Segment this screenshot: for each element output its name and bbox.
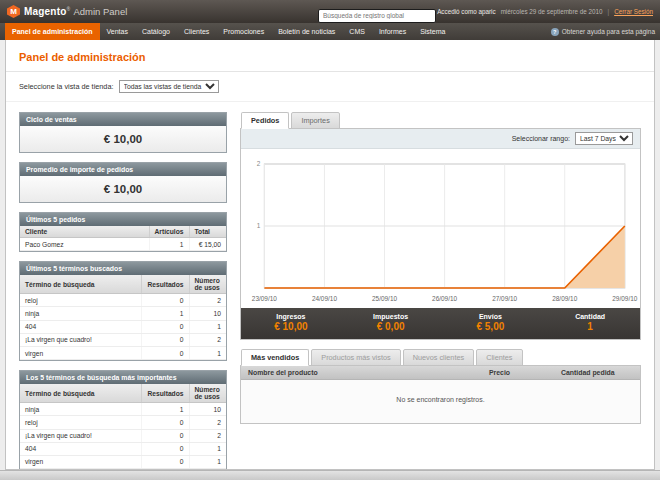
svg-text:23/09/10: 23/09/10 — [252, 295, 278, 302]
table-row[interactable]: reloj 0 2 — [20, 416, 226, 429]
tab-orders[interactable]: Pedidos — [241, 112, 289, 129]
nav-item-cms[interactable]: CMS — [342, 23, 372, 40]
table-row[interactable]: ninja 1 10 — [20, 403, 226, 416]
cell: € 15,00 — [189, 238, 226, 251]
average-orders-value: € 10,00 — [20, 176, 226, 202]
table-row[interactable]: 404 0 1 — [20, 442, 226, 455]
dashboard: Ciclo de ventas € 10,00 Promedio de impo… — [6, 102, 654, 470]
cell: 0 — [142, 442, 189, 455]
col-header: Término de búsqueda — [20, 275, 142, 294]
col-header: Número de usos — [189, 384, 226, 403]
table-row[interactable]: 404 0 1 — [20, 320, 226, 333]
logout-link[interactable]: Cerrar Sesión — [614, 8, 653, 15]
stat-shipping: Envíos € 5,00 — [441, 313, 541, 332]
table-row[interactable]: ¡La virgen que cuadro! 0 2 — [20, 333, 226, 346]
header-bar: M Magento® Admin Panel Accedió como apar… — [0, 0, 660, 23]
nav-item-customers[interactable]: Clientes — [177, 23, 216, 40]
page-title: Panel de administración — [6, 40, 654, 72]
table-row[interactable]: virgen 0 1 — [20, 346, 226, 359]
cell: 404 — [20, 442, 142, 455]
stat-label: Ingresos — [241, 313, 341, 320]
table-row[interactable]: reloj 0 2 — [20, 294, 226, 307]
cell: 1 — [149, 238, 189, 251]
table-header-row: Término de búsqueda Resultados Número de… — [20, 275, 226, 294]
range-label: Seleccionar rango: — [512, 135, 570, 142]
stat-value: € 10,00 — [241, 321, 341, 332]
stat-value: € 0,00 — [341, 321, 441, 332]
tab-bestsellers[interactable]: Más vendidos — [241, 349, 309, 366]
cell: 10 — [189, 403, 226, 416]
range-select[interactable]: Last 7 Days — [575, 132, 633, 145]
table-header-row: Nombre del producto Precio Cantidad pedi… — [241, 366, 640, 380]
table-row[interactable]: ninja 1 10 — [20, 307, 226, 320]
top-search-terms-title: Los 5 términos de búsqueda más important… — [20, 371, 226, 384]
cell: virgen — [20, 455, 142, 468]
brand-title: Magento® — [24, 6, 70, 17]
col-header: Resultados — [142, 275, 189, 294]
stats-band: Ingresos € 10,00 Impuestos € 0,00 Envíos… — [241, 308, 640, 339]
col-header: Cliente — [20, 226, 149, 238]
global-search — [318, 4, 436, 23]
stat-revenue: Ingresos € 10,00 — [241, 313, 341, 332]
range-band: Seleccionar rango: Last 7 Days — [241, 129, 640, 149]
tab-most-viewed[interactable]: Productos más vistos — [311, 349, 400, 366]
cell: ¡La virgen que cuadro! — [20, 333, 142, 346]
bestsellers-panel: Nombre del producto Precio Cantidad pedi… — [240, 365, 641, 424]
tab-amounts[interactable]: Importes — [291, 112, 339, 129]
chart-tabs: Pedidos Importes — [240, 112, 641, 128]
magento-admin-page: M Magento® Admin Panel Accedió como apar… — [0, 0, 660, 480]
stat-quantity: Cantidad 1 — [540, 313, 640, 332]
orders-area-chart: 23/09/1024/09/1025/09/1026/09/1027/09/10… — [248, 156, 633, 306]
col-header: Cantidad pedida — [554, 366, 640, 380]
cell: 0 — [142, 429, 189, 442]
empty-message: No se encontraron registros. — [241, 380, 640, 424]
table-row[interactable]: Paco Gomez 1 € 15,00 — [20, 238, 226, 251]
col-header: Nombre del producto — [241, 366, 482, 380]
cell: 0 — [142, 333, 189, 346]
table-row[interactable]: virgen 0 1 — [20, 455, 226, 468]
lifetime-sales-box: Ciclo de ventas € 10,00 — [19, 112, 227, 153]
table-row[interactable]: ¡La virgen que cuadro! 0 2 — [20, 429, 226, 442]
header-user-area: Accedió como aparic miércoles 29 de sept… — [437, 8, 653, 15]
magento-logo-icon: M — [7, 5, 20, 18]
svg-text:26/09/10: 26/09/10 — [432, 295, 458, 302]
tab-customers[interactable]: Clientes — [476, 349, 522, 366]
main-nav: Panel de administración Ventas Catálogo … — [0, 23, 660, 40]
stat-value: € 5,00 — [441, 321, 541, 332]
table-header-row: Cliente Artículos Total — [20, 226, 226, 238]
cell: 10 — [189, 307, 226, 320]
nav-item-sales[interactable]: Ventas — [100, 23, 135, 40]
content-area: Panel de administración Seleccione la vi… — [5, 40, 655, 470]
cell: 1 — [142, 307, 189, 320]
tab-new-customers[interactable]: Nuevos clientes — [403, 349, 475, 366]
cell: reloj — [20, 416, 142, 429]
page-help-link[interactable]: ? Obtener ayuda para esta página — [551, 23, 655, 40]
cell: 0 — [142, 320, 189, 333]
header-date: miércoles 29 de septiembre de 2010 — [501, 8, 603, 15]
table-header-row: Término de búsqueda Resultados Número de… — [20, 384, 226, 403]
svg-text:2: 2 — [257, 161, 261, 168]
col-header: Número de usos — [189, 275, 226, 294]
cell: 1 — [189, 455, 226, 468]
svg-text:25/09/10: 25/09/10 — [372, 295, 398, 302]
store-view-select[interactable]: Todas las vistas de tienda — [119, 80, 219, 93]
help-icon: ? — [551, 28, 559, 36]
store-view-label: Seleccione la vista de tienda: — [19, 82, 114, 91]
col-header: Resultados — [142, 384, 189, 403]
separator: | — [608, 8, 610, 15]
nav-item-catalog[interactable]: Catálogo — [135, 23, 177, 40]
cell: reloj — [20, 294, 142, 307]
nav-item-system[interactable]: Sistema — [413, 23, 452, 40]
nav-item-reports[interactable]: Informes — [372, 23, 413, 40]
global-search-input[interactable] — [318, 9, 436, 23]
brand-subtitle: Admin Panel — [73, 6, 127, 17]
cell: virgen — [20, 346, 142, 359]
cell: 1 — [189, 346, 226, 359]
nav-item-newsletter[interactable]: Boletín de noticias — [271, 23, 342, 40]
nav-item-dashboard[interactable]: Panel de administración — [5, 23, 100, 40]
stat-label: Cantidad — [540, 313, 640, 320]
cell: 2 — [189, 416, 226, 429]
cell: 2 — [189, 333, 226, 346]
nav-item-promotions[interactable]: Promociones — [216, 23, 271, 40]
stat-label: Envíos — [441, 313, 541, 320]
